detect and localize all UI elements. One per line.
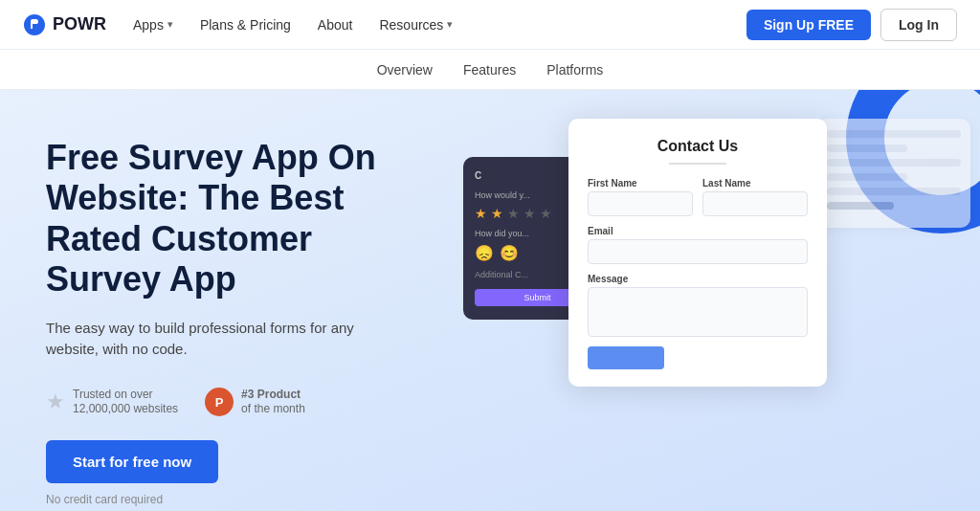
first-name-group: First Name — [588, 178, 693, 216]
logo-text: POWR — [53, 14, 106, 34]
bg-line-btn — [827, 202, 894, 210]
star-3: ★ — [507, 206, 520, 221]
star-1: ★ — [475, 206, 487, 221]
svg-point-0 — [24, 14, 45, 35]
email-group: Email — [588, 226, 808, 264]
contact-card: Contact Us First Name Last Name Email Me… — [568, 119, 827, 387]
nav-left: POWR Apps ▾ Plans & Pricing About Resour… — [23, 13, 453, 36]
message-input[interactable] — [588, 287, 808, 337]
first-name-label: First Name — [588, 178, 693, 189]
hero-left: Free Survey App On Website: The Best Rat… — [46, 128, 410, 506]
contact-submit-button[interactable] — [588, 346, 664, 369]
email-label: Email — [588, 226, 808, 236]
subnav-overview[interactable]: Overview — [377, 62, 433, 78]
last-name-input[interactable] — [702, 191, 808, 216]
contact-divider — [669, 163, 726, 165]
bg-line-4 — [827, 173, 907, 181]
nav-plans[interactable]: Plans & Pricing — [200, 17, 291, 33]
star-icon: ★ — [46, 389, 65, 414]
message-label: Message — [588, 274, 808, 284]
trust-websites-text: Trusted on over12,000,000 websites — [73, 388, 178, 417]
signup-button[interactable]: Sign Up FREE — [746, 10, 871, 40]
last-name-group: Last Name — [702, 178, 808, 216]
start-free-button[interactable]: Start for free now — [46, 440, 218, 483]
trust-producthunt-text: #3 Productof the month — [241, 388, 305, 417]
hero-illustrations: C How would y... ★ ★ ★ ★ ★ How did you..… — [406, 100, 980, 511]
logo[interactable]: POWR — [23, 13, 106, 36]
last-name-label: Last Name — [702, 178, 808, 189]
no-credit-text: No credit card required — [46, 493, 410, 506]
star-5: ★ — [540, 206, 552, 221]
contact-card-title: Contact Us — [588, 138, 808, 155]
subnav-features[interactable]: Features — [463, 62, 516, 78]
star-2: ★ — [491, 206, 503, 221]
bg-form-illustration — [817, 119, 970, 228]
hero-subtitle: The easy way to build professional forms… — [46, 318, 371, 361]
emoji-sad: 😞 — [475, 244, 494, 262]
nav-apps[interactable]: Apps ▾ — [133, 17, 173, 33]
navbar: POWR Apps ▾ Plans & Pricing About Resour… — [0, 0, 980, 50]
star-4: ★ — [523, 206, 536, 221]
nav-about[interactable]: About — [318, 17, 353, 33]
subnav: Overview Features Platforms — [0, 50, 980, 90]
trust-row: ★ Trusted on over12,000,000 websites P #… — [46, 388, 410, 417]
producthunt-badge: P — [205, 388, 234, 416]
powr-logo-icon — [23, 13, 46, 36]
nav-right: Sign Up FREE Log In — [746, 9, 957, 41]
email-input[interactable] — [588, 239, 808, 264]
login-button[interactable]: Log In — [880, 9, 957, 41]
nav-resources[interactable]: Resources ▾ — [379, 17, 453, 33]
bg-line-2 — [827, 144, 907, 152]
trust-producthunt: P #3 Productof the month — [205, 388, 305, 417]
trust-websites: ★ Trusted on over12,000,000 websites — [46, 388, 178, 417]
bg-line-3 — [827, 159, 961, 167]
emoji-happy: 😊 — [500, 244, 519, 262]
apps-chevron-icon: ▾ — [167, 18, 173, 31]
subnav-platforms[interactable]: Platforms — [546, 62, 603, 78]
hero-section: Free Survey App On Website: The Best Rat… — [0, 90, 980, 511]
message-group: Message — [588, 274, 808, 337]
hero-title: Free Survey App On Website: The Best Rat… — [46, 138, 410, 300]
resources-chevron-icon: ▾ — [447, 18, 453, 31]
bg-line-1 — [827, 130, 961, 138]
name-row: First Name Last Name — [588, 178, 808, 216]
bg-line-5 — [827, 188, 961, 195]
first-name-input[interactable] — [588, 191, 693, 216]
